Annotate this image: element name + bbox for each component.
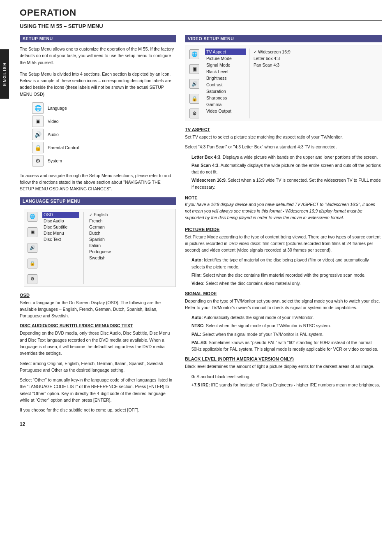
lang-right-items: ✓ English French German Dutch Spanish It… xyxy=(88,212,121,284)
side-label: ENGLISH xyxy=(0,49,9,99)
lang-right-dutch[interactable]: Dutch xyxy=(88,230,121,236)
lang-right-spanish[interactable]: Spanish xyxy=(88,236,121,243)
icon-menu: 🌐 ▣ 🔊 🔒 ⚙ Language Video Audio Parental … xyxy=(32,102,176,166)
vm-tv-aspect[interactable]: TV Aspect xyxy=(205,49,246,55)
label-language: Language xyxy=(48,102,79,114)
lang-right-english[interactable]: ✓ English xyxy=(88,212,121,218)
note-section: NOTE If you have a 16:9 display device a… xyxy=(185,194,382,223)
osd-title: OSD xyxy=(20,293,176,298)
lang-parental-icon: 🔒 xyxy=(28,259,37,268)
setup-menu-body2: The Setup Menu is divided into 4 section… xyxy=(20,71,176,97)
disc-body4: If you choose for the disc subtitle not … xyxy=(20,407,176,413)
system-icon: ⚙ xyxy=(32,155,44,166)
lang-right-portuguese[interactable]: Portuguese xyxy=(88,249,121,255)
label-video: Video xyxy=(48,116,79,127)
vid-globe-icon: 🌐 xyxy=(189,49,199,59)
check-icon: ✓ xyxy=(89,213,92,217)
disc-title: DISC AUDIO/DISC SUBTITLE/DISC MENU/DISC … xyxy=(20,323,176,328)
tv-aspect-intro: Select "4:3 Pan Scan" or "4:3 Letter Box… xyxy=(185,143,382,150)
video-menu-display: 🌐 ▣ 🔊 🔒 ⚙ TV Aspect Picture Mode Signal … xyxy=(185,46,382,121)
picture-mode-auto: Auto: Identifies the type of material on… xyxy=(191,257,382,270)
osd-body: Select a language for the On Screen Disp… xyxy=(20,299,176,319)
parental-icon: 🔒 xyxy=(32,142,44,153)
lang-item-disc-text[interactable]: Disc Text xyxy=(42,236,79,243)
note-body: If you have a 16:9 display device and yo… xyxy=(185,201,382,221)
page-title: OPERATION xyxy=(20,7,382,21)
black-level-body: Black level determines the amount of lig… xyxy=(185,363,382,370)
tv-aspect-title: TV ASPECT xyxy=(185,127,382,132)
lang-left-items: OSD Disc Audio Disc Subtitle Disc Menu D… xyxy=(42,212,79,284)
vm-gamma[interactable]: Gamma xyxy=(205,101,246,108)
picture-mode-body: Set Picture Mode according to the type o… xyxy=(185,234,382,254)
disc-body2: Select among Original, English, French, … xyxy=(20,360,176,374)
lang-video-icon: ▣ xyxy=(28,227,37,237)
vm-picture-mode[interactable]: Picture Mode xyxy=(205,55,246,62)
lang-right-swedish[interactable]: Swedish xyxy=(88,255,121,261)
lang-item-disc-audio[interactable]: Disc Audio xyxy=(42,218,79,224)
black-level-title: BLACK LEVEL (NORTH AMERICA VERSION ONLY) xyxy=(185,356,382,361)
signal-mode-ntsc: NTSC: Select when the signal mode of you… xyxy=(191,322,382,329)
disc-body1: Depending on the DVD media, only those D… xyxy=(20,330,176,356)
language-menu-header: LANGUAGE SETUP MENU xyxy=(20,197,176,205)
label-system: System xyxy=(48,155,79,166)
lang-icons-col: 🌐 ▣ 🔊 🔒 ⚙ xyxy=(28,212,37,284)
lang-divider xyxy=(83,212,84,284)
audio-icon: 🔊 xyxy=(32,129,44,140)
page-number: 12 xyxy=(20,421,176,427)
menu-labels: Language Video Audio Parental Control Sy… xyxy=(48,102,79,166)
vid-parental-icon: 🔒 xyxy=(189,94,199,104)
vm-contrast[interactable]: Contrast xyxy=(205,81,246,88)
video-setup-header: VIDEO SETUP MENU xyxy=(185,35,382,42)
section-subtitle: USING THE M 55 – SETUP MENU xyxy=(20,23,382,29)
language-menu-display: 🌐 ▣ 🔊 🔒 ⚙ OSD Disc Audio Disc Subtitle D… xyxy=(24,209,176,287)
picture-mode-video: Video: Select when the disc contains vid… xyxy=(191,280,382,287)
picture-mode-film: Film: Select when the disc contains film… xyxy=(191,272,382,278)
lang-right-german[interactable]: German xyxy=(88,224,121,230)
vm-signal-mode[interactable]: Signal Mode xyxy=(205,62,246,68)
setup-menu-body1: The Setup Menu allows one to customize t… xyxy=(20,46,176,66)
black-level-zero: 0: Standard black level setting. xyxy=(191,373,382,380)
vid-system-icon: ⚙ xyxy=(189,109,199,118)
label-parental: Parental Control xyxy=(48,142,79,153)
icon-column: 🌐 ▣ 🔊 🔒 ⚙ xyxy=(32,102,44,166)
video-right-items: ✓ Widescreen 16:9 Letter box 4:3 Pan Sca… xyxy=(249,49,292,118)
vm-black-level[interactable]: Black Level xyxy=(205,68,246,75)
signal-mode-body: Depending on the type of TV/Monitor set … xyxy=(185,298,382,311)
video-icon: ▣ xyxy=(32,116,44,127)
picture-mode-title: PICTURE MODE xyxy=(185,227,382,232)
vid-video-icon: ▣ xyxy=(189,64,199,74)
lang-item-disc-menu[interactable]: Disc Menu xyxy=(42,230,79,236)
vm-video-output[interactable]: Video Output xyxy=(205,108,246,114)
vm-right-widescreen[interactable]: ✓ Widescreen 16:9 xyxy=(252,49,292,55)
lang-item-osd[interactable]: OSD xyxy=(42,212,79,218)
signal-mode-title: SIGNAL MODE xyxy=(185,291,382,296)
lang-item-disc-subtitle[interactable]: Disc Subtitle xyxy=(42,224,79,230)
vm-right-panscan[interactable]: Pan Scan 4:3 xyxy=(252,62,292,68)
tv-aspect-letterbox: Letter Box 4:3. Displays a wide picture … xyxy=(191,154,382,160)
lang-system-icon: ⚙ xyxy=(28,274,37,284)
vm-sharpness[interactable]: Sharpness xyxy=(205,95,246,101)
black-level-ire: +7.5 IRE: IRE stands for Institute of Ra… xyxy=(191,382,382,388)
lang-globe-icon: 🌐 xyxy=(28,212,37,222)
check-icon: ✓ xyxy=(254,50,257,54)
video-icons-col: 🌐 ▣ 🔊 🔒 ⚙ xyxy=(189,49,199,118)
tv-aspect-widescreen: Widescreen 16:9. Select when a 16:9 wide… xyxy=(191,177,382,190)
lang-right-french[interactable]: French xyxy=(88,218,121,224)
setup-menu-nav-text: To access and navigate through the Setup… xyxy=(20,172,176,192)
signal-mode-auto: Auto: Automatically detects the signal m… xyxy=(191,314,382,321)
lang-audio-icon: 🔊 xyxy=(28,243,37,253)
label-audio: Audio xyxy=(48,129,79,140)
lang-right-italian[interactable]: Italian xyxy=(88,243,121,249)
tv-aspect-body: Set TV aspect to select a picture size m… xyxy=(185,134,382,140)
language-icon: 🌐 xyxy=(32,102,44,114)
signal-mode-pal: PAL: Select when the signal mode of your… xyxy=(191,331,382,338)
vm-brightness[interactable]: Brightness xyxy=(205,75,246,81)
vid-audio-icon: 🔊 xyxy=(189,79,199,89)
video-left-items: TV Aspect Picture Mode Signal Mode Black… xyxy=(205,49,246,118)
vm-right-letterbox[interactable]: Letter box 4:3 xyxy=(252,55,292,62)
tv-aspect-panscan: Pan Scan 4:3. Automatically displays the… xyxy=(191,162,382,176)
note-title: NOTE xyxy=(185,195,382,200)
vm-saturation[interactable]: Saturation xyxy=(205,88,246,95)
disc-body3: Select "Other" to manually key-in the la… xyxy=(20,377,176,403)
setup-menu-header: SETUP MENU xyxy=(20,35,176,42)
